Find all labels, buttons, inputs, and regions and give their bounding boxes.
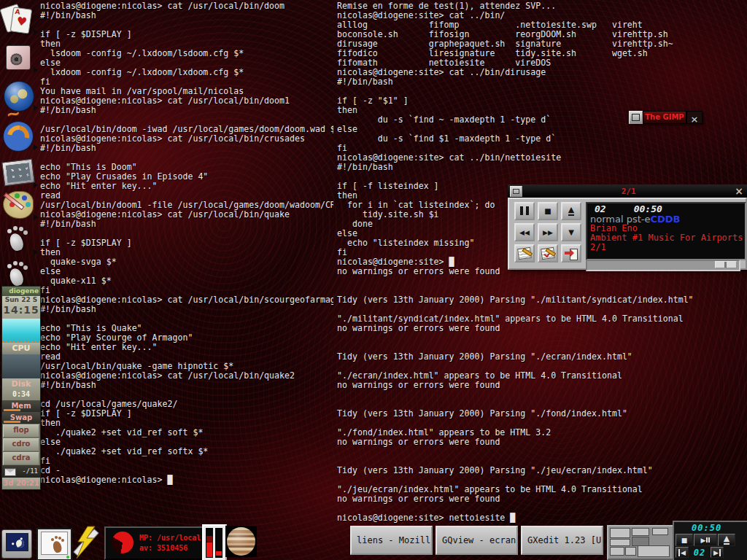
- mount-button-cdrom[interactable]: cdro: [3, 438, 39, 451]
- cpu-chart: [2, 319, 40, 343]
- next-icon: ▶: [713, 549, 721, 556]
- foot-icon: [8, 232, 26, 252]
- running-indicator-icon: [34, 182, 38, 188]
- cd-time-display: 00:50: [692, 523, 721, 533]
- dock-icon-browser[interactable]: [1, 118, 35, 152]
- cd-track-display: 02: [689, 548, 710, 558]
- calculator-icon: [1, 159, 35, 187]
- disk-panel: Disk 0:34: [2, 378, 40, 400]
- disk-free-dockapp[interactable]: MP: /usr/local av: 3510456: [104, 526, 204, 560]
- stop-button[interactable]: ■: [538, 202, 558, 220]
- play-pause-button[interactable]: ▶: [694, 534, 717, 546]
- previous-track-button[interactable]: ◀: [676, 547, 689, 558]
- heart-icon: ♥: [16, 14, 28, 29]
- gimp-window-titlebar[interactable]: The GIMP ×: [629, 111, 703, 124]
- mail-monitor[interactable]: -/11: [2, 465, 40, 478]
- stop-button[interactable]: ■: [676, 534, 693, 546]
- fast-forward-button[interactable]: ▶▶: [538, 223, 558, 241]
- close-button[interactable]: ×: [686, 111, 703, 124]
- eject-button[interactable]: ▲: [561, 202, 581, 220]
- taskbar-button-mozilla[interactable]: liens - Mozill...: [350, 526, 433, 555]
- disk-usage-pie-icon: [112, 532, 133, 553]
- window-menu-button[interactable]: [510, 186, 522, 197]
- pager-window: [610, 539, 630, 546]
- pause-button[interactable]: [514, 202, 535, 220]
- eject-button[interactable]: ▲: [718, 534, 735, 546]
- cd-player-window: 2/1 × ■ ▲ ◀◀ ▶▶ ▼ 02 00:50 normal pst-eC…: [508, 184, 747, 270]
- dock-icon-speaker[interactable]: [1, 41, 35, 74]
- next-track-button[interactable]: ▶: [711, 547, 724, 558]
- bar-gauge: [215, 528, 222, 558]
- swirl-icon: [3, 121, 34, 152]
- track-position: 2/1: [590, 243, 742, 252]
- pager-window: [638, 545, 670, 557]
- mount-button-cdraw[interactable]: cdra: [3, 452, 39, 465]
- edit-playlist-button[interactable]: [538, 244, 558, 262]
- jupiter-planet-icon: [227, 527, 255, 556]
- dock-icon-cards[interactable]: A ♥: [1, 3, 35, 36]
- moon-icon: [16, 540, 24, 548]
- cd-player-titlebar[interactable]: 2/1 ×: [508, 184, 747, 198]
- quit-button[interactable]: [561, 244, 581, 262]
- time-label: 14:15: [2, 304, 40, 316]
- disk-value: 0:34: [2, 389, 40, 399]
- uptime-label: 3d 20:21: [2, 478, 40, 489]
- play-icon: ▶: [701, 537, 706, 544]
- jupiter-dockapp[interactable]: [225, 526, 257, 557]
- cd-player-title: 2/1: [522, 187, 735, 196]
- foot-monitor-dockapp[interactable]: [36, 528, 72, 560]
- running-indicator-icon: [34, 29, 38, 35]
- track-time: 00:50: [634, 204, 662, 214]
- exit-door-icon: [565, 249, 578, 259]
- palette-icon: [3, 191, 34, 219]
- disk-label: Disk: [2, 378, 40, 389]
- terminal-left[interactable]: nicolas@diogene:nicolas> cat /usr/local/…: [40, 1, 333, 527]
- foot-icon: [52, 540, 63, 553]
- cd-control-dockapp: 00:50 ■ ▶ ▲ ◀ 02 ▶: [673, 521, 747, 560]
- eject-icon: ▲: [568, 206, 574, 216]
- volume-down-button[interactable]: ▼: [561, 223, 581, 241]
- window-title: liens - Mozill...: [357, 535, 433, 545]
- slider-handle[interactable]: [715, 261, 737, 268]
- load-bars-dockapp[interactable]: [202, 524, 227, 560]
- rewind-button[interactable]: ◀◀: [514, 223, 535, 241]
- running-indicator-icon: [34, 249, 38, 255]
- eject-icon: ▲: [724, 535, 729, 545]
- date-label: Sun 22 S: [2, 296, 40, 304]
- notepad-check-icon: [541, 247, 555, 260]
- cddb-label: CDDB: [651, 214, 681, 225]
- taskbar-button-gqview[interactable]: GQview - ecran...: [436, 526, 518, 555]
- mount-point-label: MP: /usr/local: [139, 533, 201, 543]
- previous-icon: ◀: [678, 549, 686, 556]
- lightning-icon: [72, 526, 100, 559]
- taskbar-button-gxedit[interactable]: GXedit 1.23 [U...: [521, 526, 603, 555]
- night-screen-icon: [6, 533, 28, 551]
- window-title: GQview - ecran...: [442, 535, 518, 545]
- mail-count: -/11: [22, 467, 38, 475]
- position-slider[interactable]: [586, 260, 740, 271]
- disk-chart: [2, 354, 40, 378]
- dock-icon-foot-1[interactable]: [1, 223, 35, 257]
- envelope-icon: [4, 468, 16, 476]
- running-indicator-icon: [34, 214, 38, 220]
- bar-gauge: [206, 528, 213, 558]
- dock-icon-palette[interactable]: [1, 188, 35, 222]
- gkrellm-monitor[interactable]: diogene Sun 22 S 14:15 CPU Disk 0:34 Mem…: [1, 286, 41, 490]
- window-menu-button[interactable]: [629, 111, 643, 124]
- edit-tracklist-button[interactable]: [514, 244, 535, 262]
- triangle-marker-icon: [61, 524, 69, 529]
- dock-icon-calculator[interactable]: [1, 156, 35, 190]
- paintbrush-icon: [4, 192, 25, 210]
- close-icon[interactable]: ×: [735, 186, 743, 196]
- lightning-dockapp[interactable]: [72, 526, 100, 559]
- foot-icon: [8, 267, 26, 287]
- pager-window: [625, 547, 636, 556]
- playing-card: A ♥: [10, 7, 32, 34]
- stop-icon: ■: [544, 207, 551, 215]
- screensaver-dockapp[interactable]: [1, 529, 32, 559]
- mount-button-floppy[interactable]: flop: [3, 424, 39, 438]
- pager-window: [610, 547, 624, 556]
- close-icon: ×: [691, 114, 699, 125]
- rewind-icon: ◀◀: [519, 229, 530, 236]
- desktop-pager[interactable]: [607, 525, 674, 560]
